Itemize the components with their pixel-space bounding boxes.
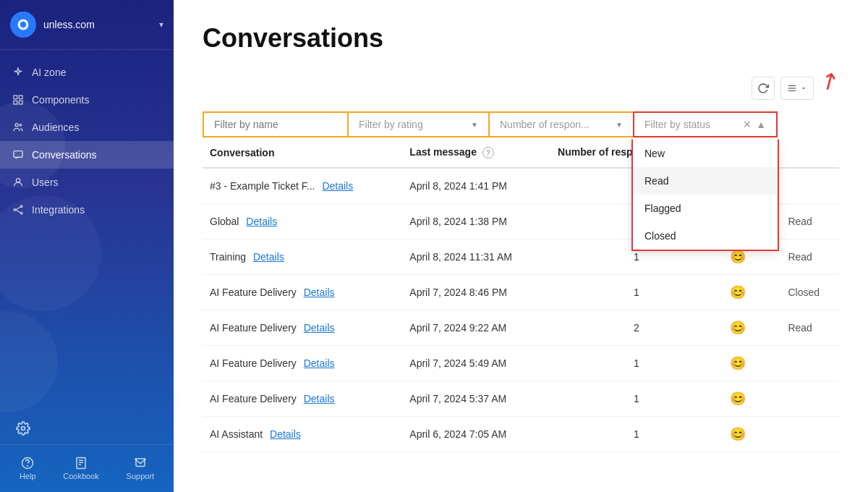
- conversation-name: AI Assistant: [210, 428, 263, 440]
- rating-smiley: 😊: [730, 321, 746, 335]
- cell-last-message: April 8, 2024 11:31 AM: [402, 239, 550, 275]
- cell-last-message: April 8, 2024 1:38 PM: [402, 204, 550, 239]
- col-last-message: Last message ?: [402, 137, 550, 168]
- cell-status: [780, 381, 839, 417]
- filter-status-label: Filter by status: [644, 119, 710, 130]
- cell-rating: 😊: [723, 346, 781, 381]
- status-option-new[interactable]: New: [633, 140, 778, 167]
- cell-status: Read: [780, 204, 839, 239]
- filter-status-clear[interactable]: ✕: [743, 119, 752, 130]
- table-row: AI Feature Delivery Details April 7, 202…: [203, 346, 839, 381]
- sidebar-item-users[interactable]: Users: [0, 169, 174, 196]
- filter-responses-select[interactable]: Number of respon... ▼: [488, 111, 633, 137]
- svg-point-15: [22, 427, 25, 430]
- details-link[interactable]: Details: [304, 322, 335, 334]
- svg-point-10: [14, 209, 16, 211]
- svg-rect-2: [14, 96, 17, 99]
- cell-conv-name: Global Details: [203, 204, 402, 239]
- status-text: Read: [788, 322, 812, 334]
- details-link[interactable]: Details: [304, 287, 335, 298]
- cell-conv-name: AI Feature Delivery Details: [203, 381, 402, 417]
- cell-responses: 2: [550, 310, 723, 346]
- grid-icon: [12, 93, 25, 106]
- cell-status: Read: [780, 310, 839, 346]
- responses-dropdown-arrow: ▼: [616, 121, 623, 129]
- cell-conv-name: AI Feature Delivery Details: [203, 310, 402, 346]
- table-row: AI Feature Delivery Details April 7, 202…: [203, 381, 839, 417]
- details-link[interactable]: Details: [246, 216, 277, 227]
- cell-conv-name: AI Feature Delivery Details: [203, 346, 402, 381]
- cookbook-button[interactable]: Cookbook: [63, 457, 99, 480]
- conversation-name: AI Feature Delivery: [210, 322, 297, 334]
- cell-status: Closed: [780, 275, 839, 310]
- filter-status-select[interactable]: Filter by status ✕ ▲: [633, 111, 778, 137]
- status-option-read[interactable]: Read: [633, 167, 778, 195]
- support-button[interactable]: Support: [127, 457, 155, 480]
- chat-icon: [12, 148, 25, 161]
- filter-name-input[interactable]: [203, 111, 347, 137]
- cell-responses: 1: [550, 417, 723, 452]
- workspace-selector[interactable]: unless.com ▾: [0, 0, 174, 50]
- status-text: Closed: [788, 287, 820, 298]
- cell-last-message: April 7, 2024 9:22 AM: [402, 310, 550, 346]
- cell-rating: 😊: [723, 275, 781, 310]
- sidebar-item-audiences[interactable]: Audiences: [0, 114, 174, 141]
- last-message-help-icon[interactable]: ?: [482, 147, 494, 158]
- cell-last-message: April 8, 2024 1:41 PM: [402, 168, 550, 204]
- refresh-button[interactable]: [752, 77, 775, 100]
- cell-status: [780, 168, 839, 204]
- filter-status-wrapper: Filter by status ✕ ▲ New Read Flagged Cl…: [633, 111, 778, 137]
- svg-point-12: [20, 212, 22, 214]
- view-toggle-button[interactable]: [780, 77, 814, 100]
- settings-button[interactable]: [10, 415, 36, 441]
- user-icon: [12, 176, 25, 189]
- conversation-name: AI Feature Delivery: [210, 287, 297, 298]
- workspace-chevron: ▾: [159, 20, 163, 30]
- details-link[interactable]: Details: [253, 251, 284, 263]
- cell-status: [780, 346, 839, 381]
- sidebar-label-conversations: Conversations: [32, 149, 97, 161]
- cell-rating: 😊: [723, 310, 781, 346]
- main-content: Conversations ↗ Filter by rating ▼ Numbe…: [174, 0, 868, 492]
- help-label: Help: [20, 472, 36, 480]
- sidebar: unless.com ▾ AI zone Components: [0, 0, 174, 492]
- status-dropdown: New Read Flagged Closed: [631, 139, 779, 251]
- help-button[interactable]: Help: [20, 457, 36, 480]
- status-option-flagged[interactable]: Flagged: [633, 195, 778, 222]
- conversation-name: AI Feature Delivery: [210, 357, 297, 369]
- sidebar-item-integrations[interactable]: Integrations: [0, 196, 174, 224]
- svg-line-13: [16, 207, 21, 210]
- col-status: [780, 137, 839, 168]
- conversation-name: AI Feature Delivery: [210, 393, 297, 404]
- sidebar-label-users: Users: [32, 177, 59, 188]
- svg-rect-3: [19, 96, 22, 99]
- cell-rating: 😊: [723, 417, 781, 452]
- conversation-name: Global: [210, 216, 239, 227]
- cell-responses: 1: [550, 346, 723, 381]
- svg-line-14: [16, 210, 21, 213]
- details-link[interactable]: Details: [304, 357, 335, 369]
- svg-point-1: [20, 22, 26, 27]
- toolbar: ↗: [203, 77, 839, 100]
- cell-status: [780, 417, 839, 452]
- details-link[interactable]: Details: [322, 180, 353, 192]
- svg-point-11: [20, 205, 22, 208]
- cell-conv-name: Training Details: [203, 239, 402, 275]
- sidebar-item-ai-zone[interactable]: AI zone: [0, 59, 174, 86]
- filter-rating-select[interactable]: Filter by rating ▼: [347, 111, 488, 137]
- svg-rect-5: [19, 101, 22, 104]
- conversation-name: Training: [210, 251, 246, 263]
- details-link[interactable]: Details: [304, 393, 335, 404]
- filter-status-arrow[interactable]: ▲: [756, 119, 766, 130]
- sidebar-item-conversations[interactable]: Conversations: [0, 141, 174, 169]
- status-option-closed[interactable]: Closed: [633, 222, 778, 250]
- arrow-hint-icon: ↗: [815, 66, 843, 96]
- sidebar-item-components[interactable]: Components: [0, 86, 174, 114]
- cell-last-message: April 6, 2024 7:05 AM: [402, 417, 550, 452]
- sidebar-label-audiences: Audiences: [32, 122, 79, 133]
- cell-conv-name: AI Assistant Details: [203, 417, 402, 452]
- details-link[interactable]: Details: [270, 428, 301, 440]
- support-label: Support: [127, 472, 155, 480]
- cell-conv-name: #3 - Example Ticket F... Details: [203, 168, 402, 204]
- sidebar-label-integrations: Integrations: [32, 204, 85, 216]
